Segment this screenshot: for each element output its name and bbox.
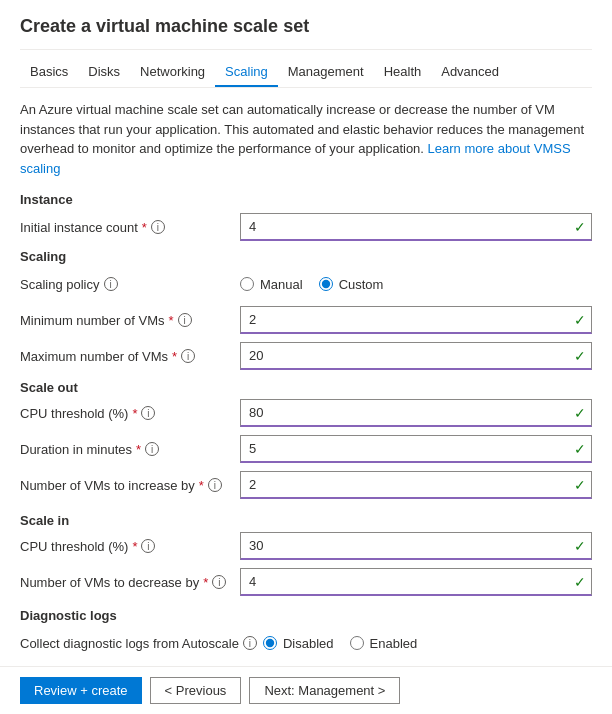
increase-by-input[interactable] — [240, 471, 592, 499]
cpu-threshold-out-input[interactable] — [240, 399, 592, 427]
previous-button[interactable]: < Previous — [150, 677, 242, 704]
scaling-policy-custom-option[interactable]: Custom — [319, 277, 384, 292]
increase-by-check-icon: ✓ — [574, 477, 586, 493]
diagnostic-logs-radio-group: Disabled Enabled — [263, 636, 417, 651]
initial-instance-count-input[interactable] — [240, 213, 592, 241]
diagnostic-logs-row: Collect diagnostic logs from Autoscale i… — [20, 629, 592, 657]
increase-by-info-icon[interactable]: i — [208, 478, 222, 492]
diagnostic-logs-enabled-option[interactable]: Enabled — [350, 636, 418, 651]
required-asterisk: * — [142, 220, 147, 235]
min-vms-label: Minimum number of VMs * i — [20, 313, 240, 328]
decrease-by-check-icon: ✓ — [574, 574, 586, 590]
duration-minutes-required: * — [136, 442, 141, 457]
cpu-threshold-out-required: * — [132, 406, 137, 421]
page-description: An Azure virtual machine scale set can a… — [20, 100, 592, 178]
scaling-policy-custom-label: Custom — [339, 277, 384, 292]
diagnostic-logs-label: Collect diagnostic logs from Autoscale i — [20, 636, 257, 651]
scaling-policy-label: Scaling policy i — [20, 277, 240, 292]
next-button[interactable]: Next: Management > — [249, 677, 400, 704]
tab-advanced[interactable]: Advanced — [431, 58, 509, 87]
tab-management[interactable]: Management — [278, 58, 374, 87]
tab-scaling[interactable]: Scaling — [215, 58, 278, 87]
initial-instance-count-check-icon: ✓ — [574, 219, 586, 235]
max-vms-row: Maximum number of VMs * i ✓ — [20, 342, 592, 370]
duration-minutes-row: Duration in minutes * i ✓ — [20, 435, 592, 463]
initial-instance-count-label: Initial instance count * i — [20, 220, 240, 235]
tab-health[interactable]: Health — [374, 58, 432, 87]
cpu-threshold-in-check-icon: ✓ — [574, 538, 586, 554]
scaling-policy-manual-option[interactable]: Manual — [240, 277, 303, 292]
tab-disks[interactable]: Disks — [78, 58, 130, 87]
cpu-threshold-in-label: CPU threshold (%) * i — [20, 539, 240, 554]
max-vms-input[interactable] — [240, 342, 592, 370]
cpu-threshold-out-label: CPU threshold (%) * i — [20, 406, 240, 421]
cpu-threshold-in-required: * — [132, 539, 137, 554]
scale-in-section-label: Scale in — [20, 513, 592, 528]
diagnostic-logs-disabled-option[interactable]: Disabled — [263, 636, 334, 651]
duration-minutes-check-icon: ✓ — [574, 441, 586, 457]
cpu-threshold-in-wrap: ✓ — [240, 532, 592, 560]
duration-minutes-wrap: ✓ — [240, 435, 592, 463]
review-create-button[interactable]: Review + create — [20, 677, 142, 704]
scaling-policy-manual-label: Manual — [260, 277, 303, 292]
min-vms-wrap: ✓ — [240, 306, 592, 334]
scaling-policy-manual-radio[interactable] — [240, 277, 254, 291]
max-vms-required: * — [172, 349, 177, 364]
increase-by-label: Number of VMs to increase by * i — [20, 478, 240, 493]
max-vms-check-icon: ✓ — [574, 348, 586, 364]
diagnostic-logs-disabled-label: Disabled — [283, 636, 334, 651]
decrease-by-required: * — [203, 575, 208, 590]
min-vms-required: * — [168, 313, 173, 328]
increase-by-required: * — [199, 478, 204, 493]
min-vms-info-icon[interactable]: i — [178, 313, 192, 327]
tab-bar: Basics Disks Networking Scaling Manageme… — [20, 58, 592, 88]
cpu-threshold-out-wrap: ✓ — [240, 399, 592, 427]
scaling-section-label: Scaling — [20, 249, 592, 264]
decrease-by-row: Number of VMs to decrease by * i ✓ — [20, 568, 592, 596]
initial-instance-count-wrap: ✓ — [240, 213, 592, 241]
diagnostic-logs-enabled-label: Enabled — [370, 636, 418, 651]
cpu-threshold-out-row: CPU threshold (%) * i ✓ — [20, 399, 592, 427]
tab-networking[interactable]: Networking — [130, 58, 215, 87]
scaling-policy-radio-group: Manual Custom — [240, 277, 383, 292]
max-vms-wrap: ✓ — [240, 342, 592, 370]
max-vms-info-icon[interactable]: i — [181, 349, 195, 363]
initial-instance-count-info-icon[interactable]: i — [151, 220, 165, 234]
footer: Review + create < Previous Next: Managem… — [0, 666, 612, 714]
scaling-policy-info-icon[interactable]: i — [104, 277, 118, 291]
decrease-by-input[interactable] — [240, 568, 592, 596]
diagnostic-logs-section-label: Diagnostic logs — [20, 608, 592, 623]
instance-section-label: Instance — [20, 192, 592, 207]
min-vms-input[interactable] — [240, 306, 592, 334]
diagnostic-logs-info-icon[interactable]: i — [243, 636, 257, 650]
diagnostic-logs-disabled-radio[interactable] — [263, 636, 277, 650]
decrease-by-info-icon[interactable]: i — [212, 575, 226, 589]
duration-minutes-input[interactable] — [240, 435, 592, 463]
increase-by-row: Number of VMs to increase by * i ✓ — [20, 471, 592, 499]
scale-out-section-label: Scale out — [20, 380, 592, 395]
min-vms-check-icon: ✓ — [574, 312, 586, 328]
max-vms-label: Maximum number of VMs * i — [20, 349, 240, 364]
duration-minutes-info-icon[interactable]: i — [145, 442, 159, 456]
scaling-policy-row: Scaling policy i Manual Custom — [20, 270, 592, 298]
cpu-threshold-in-row: CPU threshold (%) * i ✓ — [20, 532, 592, 560]
increase-by-wrap: ✓ — [240, 471, 592, 499]
cpu-threshold-in-info-icon[interactable]: i — [141, 539, 155, 553]
initial-instance-count-row: Initial instance count * i ✓ — [20, 213, 592, 241]
cpu-threshold-out-info-icon[interactable]: i — [141, 406, 155, 420]
diagnostic-logs-enabled-radio[interactable] — [350, 636, 364, 650]
tab-basics[interactable]: Basics — [20, 58, 78, 87]
decrease-by-wrap: ✓ — [240, 568, 592, 596]
min-vms-row: Minimum number of VMs * i ✓ — [20, 306, 592, 334]
duration-minutes-label: Duration in minutes * i — [20, 442, 240, 457]
decrease-by-label: Number of VMs to decrease by * i — [20, 575, 240, 590]
scaling-policy-custom-radio[interactable] — [319, 277, 333, 291]
cpu-threshold-in-input[interactable] — [240, 532, 592, 560]
cpu-threshold-out-check-icon: ✓ — [574, 405, 586, 421]
page-title: Create a virtual machine scale set — [20, 16, 592, 37]
